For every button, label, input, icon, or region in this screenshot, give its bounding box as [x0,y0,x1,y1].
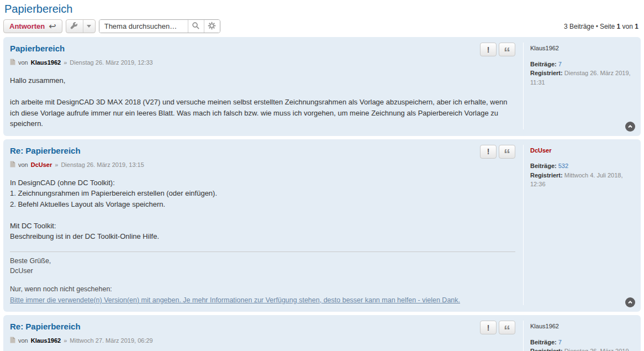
tools-dropdown-caret[interactable] [83,20,95,33]
report-button[interactable]: ! [480,321,497,334]
post-author-link[interactable]: DcUser [31,161,52,168]
post-2-profile: DcUser Beiträge: 532 Registriert: Mittwo… [523,145,634,306]
signature-link[interactable]: Bitte immer die verwendete(n) Version(en… [10,295,460,305]
post-date: Dienstag 26. März 2019, 13:15 [61,161,144,168]
post-2-title-link[interactable]: Re: Papierbereich [10,146,81,155]
reply-button[interactable]: Antworten ↩ [3,19,62,33]
post-count: 3 Beiträge [564,23,594,30]
topic-search-group [99,19,220,33]
post-date: Dienstag 26. März 2019, 12:33 [70,59,152,66]
signature-note: Nur, wenn noch nicht geschehen: [10,284,515,294]
profile-post-count-link[interactable]: 7 [558,61,562,67]
report-icon: ! [487,323,490,332]
post-file-icon [10,161,15,169]
post-3-byline: von Klaus1962 » Mittwoch 27. März 2019, … [10,337,515,344]
post-3-body: Re: Papierbereich ! “ von Klaus1962 » Mi… [10,321,515,351]
signature-divider [10,252,515,252]
gear-icon [208,22,216,32]
search-submit-button[interactable] [188,20,204,33]
post-1: Papierbereich ! “ von Klaus1962 » Dienst… [3,37,641,136]
post-2-byline: von DcUser » Dienstag 26. März 2019, 13:… [10,161,515,169]
report-button[interactable]: ! [480,145,497,159]
post-3: Re: Papierbereich ! “ von Klaus1962 » Mi… [3,315,641,351]
quote-button[interactable]: “ [499,321,515,334]
wrench-icon[interactable] [66,20,83,33]
topic-toolbar: Antworten ↩ [3,19,641,33]
page-total: 1 [635,23,638,30]
reply-arrow-icon: ↩ [49,22,56,31]
post-author-link[interactable]: Klaus1962 [31,59,61,66]
back-to-top-button[interactable] [625,122,635,132]
chevron-up-icon [627,122,633,132]
post-3-title-link[interactable]: Re: Papierbereich [10,322,81,331]
post-2: Re: Papierbereich ! “ von DcUser » Diens… [3,139,641,312]
post-1-content: Hallo zusammen, ich arbeite mit DesignCA… [10,75,515,129]
topic-page: Papierbereich Antworten ↩ [0,0,644,351]
post-2-content: In DesignCAD (ohne DC Toolkit): 1. Zeich… [10,177,515,242]
search-settings-button[interactable] [204,20,220,33]
post-3-profile: Klaus1962 Beiträge: 7 Registriert: Diens… [523,321,634,351]
post-1-body: Papierbereich ! “ von Klaus1962 » Dienst… [10,43,515,129]
profile-post-count-link[interactable]: 532 [558,163,568,169]
post-author-link[interactable]: Klaus1962 [31,337,61,344]
post-1-byline: von Klaus1962 » Dienstag 26. März 2019, … [10,59,515,66]
chevron-down-icon [87,25,91,28]
report-icon: ! [487,147,490,156]
profile-post-count-link[interactable]: 7 [558,339,562,345]
post-1-title-link[interactable]: Papierbereich [10,44,65,53]
pagination: 3 Beiträge•Seite 1 von 1 [564,23,641,30]
report-button[interactable]: ! [480,43,497,56]
post-file-icon [10,59,15,66]
profile-name-link[interactable]: Klaus1962 [530,44,559,53]
post-date: Mittwoch 27. März 2019, 06:29 [70,337,152,344]
topic-tools-button[interactable] [66,19,96,33]
profile-name-link[interactable]: DcUser [530,146,552,155]
page-current: 1 [617,23,621,30]
quote-button[interactable]: “ [499,43,515,56]
post-2-body: Re: Papierbereich ! “ von DcUser » Diens… [10,145,515,306]
report-icon: ! [487,45,490,54]
profile-name-link[interactable]: Klaus1962 [530,322,559,331]
post-1-profile: Klaus1962 Beiträge: 7 Registriert: Diens… [523,43,634,129]
chevron-up-icon [627,297,633,307]
post-file-icon [10,337,15,344]
back-to-top-button[interactable] [625,297,635,307]
page-title: Papierbereich [4,3,640,15]
signature-closing: Beste Grüße, DcUser [10,256,515,276]
search-icon [192,22,200,32]
reply-button-label: Antworten [9,22,45,30]
topic-search-input[interactable] [99,20,188,33]
quote-button[interactable]: “ [499,145,515,159]
